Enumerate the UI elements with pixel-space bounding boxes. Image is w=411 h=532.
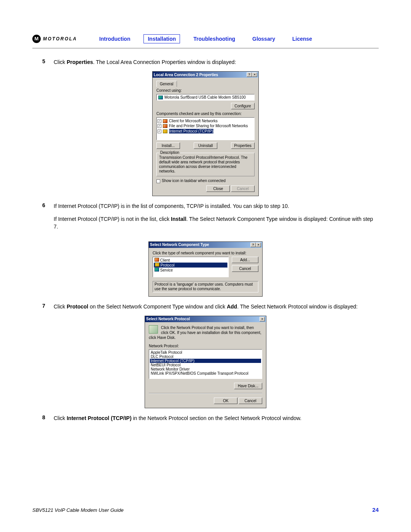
step-7: 7 Click Protocol on the Select Network C… [42,303,379,310]
text: . The Select Network Protocol window is … [237,304,357,310]
checkbox-icon [156,179,160,183]
cancel-button[interactable]: Cancel [239,398,262,404]
network-adapter-icon [158,96,163,99]
step-number: 5 [42,58,54,66]
step-number: 8 [42,414,54,422]
components-label: Components checked are used by this conn… [156,112,255,116]
hint-panel: Protocol is a 'language' a computer uses… [153,281,258,292]
close-icon[interactable]: × [256,243,261,247]
close-icon[interactable]: × [260,317,265,321]
step-body: Click Protocol on the Select Network Com… [54,303,379,310]
text: in the Network Protocol section on the S… [132,415,302,421]
list-item[interactable]: NWLink IPX/SPX/NetBIOS Compatible Transp… [150,371,261,375]
text: on the Select Network Component Type win… [88,304,227,310]
list-item[interactable]: NetBEUI Protocol [150,363,261,367]
list-item[interactable]: ✓Client for Microsoft Networks [158,118,253,123]
tab-license[interactable]: License [288,34,316,43]
select-network-component-type-dialog: Select Network Component Type ? × Click … [148,241,263,297]
tab-general[interactable]: General [156,81,177,87]
text: Click [54,304,67,310]
page-number: 24 [372,506,379,513]
tab-installation[interactable]: Installation [143,34,180,43]
description-text: Transmission Control Protocol/Internet P… [159,155,252,174]
titlebar-buttons: ? × [250,243,261,247]
cancel-button: Cancel [231,185,255,192]
device-field: Motorola SurfBoard USB Cable Modem SB510… [156,94,255,101]
list-item[interactable]: AppleTalk Protocol [150,350,261,355]
protocol-large-icon [149,325,158,334]
list-item[interactable]: Service [154,268,228,272]
page-header: MOTOROLA Introduction Installation Troub… [32,34,379,48]
titlebar: Local Area Connection 2 Properties ? × [153,72,258,78]
step-body: If Internet Protocol (TCP/IP) is in the … [54,202,379,236]
configure-button[interactable]: Configure [231,103,255,109]
list-item[interactable]: ✓File and Printer Sharing for Microsoft … [158,123,253,128]
instruction-text: Click the Network Protocol that you want… [149,325,262,340]
close-button[interactable]: Close [206,185,230,192]
bold: Add [227,304,237,310]
client-icon [163,119,167,123]
item-label: Client [160,258,170,262]
connect-using-label: Connect using: [156,88,255,93]
dialog-body: General Connect using: Motorola SurfBoar… [153,78,258,195]
protocol-listbox[interactable]: AppleTalk Protocol DLC Protocol Internet… [149,349,262,379]
uninstall-button[interactable]: Uninstall [194,142,217,149]
text: Click [54,415,67,421]
cancel-button[interactable]: Cancel [232,265,258,272]
step-8: 8 Click Internet Protocol (TCP/IP) in th… [42,414,379,422]
titlebar: Select Network Protocol × [145,316,266,322]
list-item[interactable]: DLC Protocol [150,355,261,359]
dialog-title: Local Area Connection 2 Properties [154,73,218,77]
list-item[interactable]: Client [154,258,228,262]
tab-troubleshooting[interactable]: Troubleshooting [190,34,239,43]
paragraph: If Internet Protocol (TCP/IP) is not in … [54,215,379,231]
device-name: Motorola SurfBoard USB Cable Modem SB510… [164,95,245,99]
step-number: 7 [42,303,54,310]
list-item[interactable]: Internet Protocol (TCP/IP) [150,359,261,363]
ok-button[interactable]: OK [214,398,237,404]
install-button[interactable]: Install... [156,142,180,149]
tab-strip: General [156,81,255,87]
step-number: 6 [42,202,54,236]
dialog-title: Select Network Component Type [150,243,209,247]
help-icon[interactable]: ? [250,243,256,247]
have-disk-button[interactable]: Have Disk... [234,383,262,389]
item-label: Service [160,268,173,272]
titlebar-buttons: × [260,317,265,321]
select-network-protocol-dialog: Select Network Protocol × Click the Netw… [145,316,266,408]
brand-logo: MOTOROLA [32,35,77,43]
step-6: 6 If Internet Protocol (TCP/IP) is in th… [42,202,379,236]
nav-tabs: Introduction Installation Troubleshootin… [96,34,316,43]
list-item[interactable]: Network Monitor Driver [150,367,261,371]
show-icon-checkbox[interactable]: Show icon in taskbar when connected [156,179,255,183]
component-type-listbox[interactable]: Client Protocol Service [153,257,229,277]
local-area-connection-properties-dialog: Local Area Connection 2 Properties ? × G… [152,71,259,196]
step-body: Click Internet Protocol (TCP/IP) in the … [54,414,379,422]
instruction-label: Click the type of network component you … [153,251,258,255]
protocol-icon [155,263,159,267]
tab-glossary[interactable]: Glossary [249,34,279,43]
tab-introduction[interactable]: Introduction [96,34,134,43]
brand-text: MOTOROLA [43,36,77,42]
titlebar: Select Network Component Type ? × [149,242,262,248]
hint-text: Protocol is a 'language' a computer uses… [155,282,253,291]
dialog-body: Click the type of network component you … [149,248,262,296]
doc-title: SBV5121 VoIP Cable Modem User Guide [32,507,124,513]
bold: Protocol [67,304,88,310]
list-item[interactable]: Protocol [154,262,228,268]
paragraph: If Internet Protocol (TCP/IP) is in the … [54,202,379,210]
item-label: Client for Microsoft Networks [169,119,218,123]
protocol-icon [163,129,167,133]
components-listbox[interactable]: ✓Client for Microsoft Networks ✓File and… [156,117,255,140]
add-button[interactable]: Add... [232,257,258,263]
dialog-body: Click the Network Protocol that you want… [145,322,266,408]
close-icon[interactable]: × [252,72,257,77]
help-icon[interactable]: ? [247,72,252,77]
description-group: Description Transmission Control Protoco… [156,153,255,176]
list-item[interactable]: ✓Internet Protocol (TCP/IP) [158,128,253,134]
step-5: 5 Click Properties. The Local Area Conne… [42,58,379,66]
item-label: Protocol [161,263,175,267]
properties-button[interactable]: Properties [231,142,255,149]
list-label: Network Protocol: [149,344,262,348]
titlebar-buttons: ? × [247,72,257,77]
